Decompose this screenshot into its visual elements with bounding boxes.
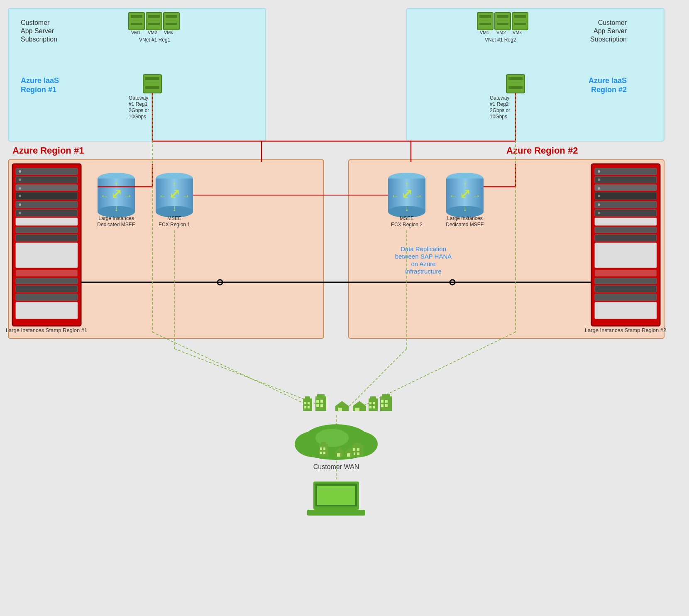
- svg-rect-166: [315, 396, 326, 411]
- svg-text:Gateway: Gateway: [129, 95, 148, 101]
- svg-text:VMk: VMk: [164, 30, 173, 35]
- svg-text:2Gbps or: 2Gbps or: [490, 108, 510, 113]
- svg-rect-70: [16, 294, 78, 301]
- svg-text:↓: ↓: [172, 203, 176, 213]
- svg-text:10Gbps: 10Gbps: [490, 114, 507, 120]
- svg-text:ECX Region 2: ECX Region 2: [391, 222, 423, 227]
- svg-text:Large Instances: Large Instances: [447, 215, 482, 221]
- svg-rect-37: [497, 15, 508, 18]
- svg-rect-178: [369, 402, 371, 404]
- svg-text:↓: ↓: [405, 203, 409, 213]
- svg-text:Azure IaaS: Azure IaaS: [589, 76, 627, 85]
- svg-rect-128: [595, 227, 657, 233]
- svg-rect-34: [479, 15, 491, 18]
- svg-rect-41: [514, 23, 526, 25]
- svg-point-136: [598, 170, 600, 173]
- svg-rect-47: [508, 77, 523, 80]
- svg-rect-130: [595, 243, 657, 268]
- svg-text:Region #1: Region #1: [21, 86, 56, 94]
- svg-rect-175: [355, 408, 359, 411]
- svg-rect-161: [305, 396, 310, 400]
- svg-rect-196: [323, 447, 325, 450]
- svg-text:Large Instances: Large Instances: [98, 215, 134, 221]
- svg-text:Data Replication: Data Replication: [401, 245, 446, 252]
- svg-rect-121: [595, 168, 657, 175]
- svg-text:VM2: VM2: [496, 30, 506, 35]
- svg-text:ECX Region 1: ECX Region 1: [159, 222, 190, 227]
- svg-rect-185: [385, 400, 388, 403]
- svg-rect-198: [323, 452, 325, 454]
- svg-text:#1 Reg1: #1 Reg1: [129, 101, 148, 107]
- svg-rect-201: [353, 448, 355, 451]
- svg-point-77: [19, 212, 21, 214]
- svg-rect-58: [16, 176, 78, 183]
- svg-point-73: [19, 178, 21, 181]
- svg-rect-164: [304, 406, 306, 408]
- svg-rect-67: [16, 270, 78, 276]
- svg-text:10Gbps: 10Gbps: [129, 114, 146, 120]
- svg-text:MSEE: MSEE: [167, 215, 181, 221]
- svg-rect-195: [320, 447, 322, 450]
- svg-text:Region #2: Region #2: [591, 86, 627, 94]
- svg-text:Large Instances Stamp Region #: Large Instances Stamp Region #2: [585, 327, 667, 333]
- svg-text:VM2: VM2: [148, 30, 157, 35]
- svg-text:Gateway: Gateway: [490, 95, 509, 101]
- main-container: Customer App Server Subscription Azure I…: [0, 0, 689, 616]
- svg-text:between SAP HANA: between SAP HANA: [395, 253, 452, 260]
- svg-text:App Server: App Server: [21, 27, 54, 34]
- svg-rect-131: [595, 270, 657, 276]
- svg-rect-133: [595, 286, 657, 292]
- svg-text:↑: ↑: [172, 179, 176, 188]
- svg-text:Subscription: Subscription: [21, 36, 57, 43]
- svg-rect-9: [131, 23, 142, 25]
- svg-text:→: →: [472, 191, 481, 200]
- svg-rect-180: [369, 406, 371, 408]
- svg-rect-59: [16, 185, 78, 191]
- svg-rect-179: [373, 402, 375, 404]
- svg-point-75: [19, 195, 21, 197]
- svg-rect-35: [479, 23, 491, 25]
- svg-rect-15: [166, 23, 177, 25]
- svg-point-141: [598, 212, 600, 214]
- svg-text:↑: ↑: [405, 179, 409, 188]
- svg-rect-61: [16, 201, 78, 208]
- svg-rect-165: [308, 406, 310, 408]
- svg-rect-193: [319, 444, 328, 457]
- svg-rect-14: [166, 15, 177, 18]
- svg-text:⤢: ⤢: [401, 186, 413, 201]
- svg-rect-8: [131, 15, 142, 18]
- svg-rect-66: [16, 243, 78, 268]
- svg-text:→: →: [124, 191, 132, 200]
- svg-rect-187: [385, 404, 388, 407]
- svg-text:infrastructure: infrastructure: [405, 268, 442, 275]
- svg-rect-169: [320, 400, 323, 403]
- svg-rect-171: [320, 404, 323, 407]
- svg-point-72: [19, 170, 21, 173]
- svg-text:on Azure: on Azure: [411, 260, 435, 267]
- svg-rect-69: [16, 286, 78, 292]
- svg-text:Dedicated MSEE: Dedicated MSEE: [446, 222, 484, 227]
- svg-text:←: ←: [449, 191, 457, 200]
- svg-rect-194: [321, 442, 326, 445]
- svg-rect-134: [595, 294, 657, 301]
- svg-text:↓: ↓: [463, 203, 467, 213]
- svg-rect-135: [595, 302, 657, 319]
- svg-text:VNet #1 Reg1: VNet #1 Reg1: [139, 37, 171, 43]
- svg-rect-212: [307, 510, 365, 516]
- svg-text:VM1: VM1: [480, 30, 489, 35]
- svg-rect-213: [317, 486, 355, 505]
- svg-text:Azure IaaS: Azure IaaS: [21, 76, 59, 85]
- svg-rect-202: [357, 448, 359, 451]
- svg-rect-63: [16, 218, 78, 225]
- svg-rect-162: [304, 402, 306, 404]
- svg-text:VM1: VM1: [131, 30, 141, 35]
- svg-text:MSEE: MSEE: [400, 215, 414, 221]
- svg-rect-197: [320, 452, 322, 454]
- svg-rect-64: [16, 227, 78, 233]
- svg-text:2Gbps or: 2Gbps or: [129, 108, 149, 113]
- svg-rect-182: [380, 396, 392, 411]
- svg-rect-132: [595, 278, 657, 284]
- svg-rect-22: [145, 86, 159, 89]
- svg-rect-71: [16, 302, 78, 319]
- svg-text:App Server: App Server: [594, 27, 627, 34]
